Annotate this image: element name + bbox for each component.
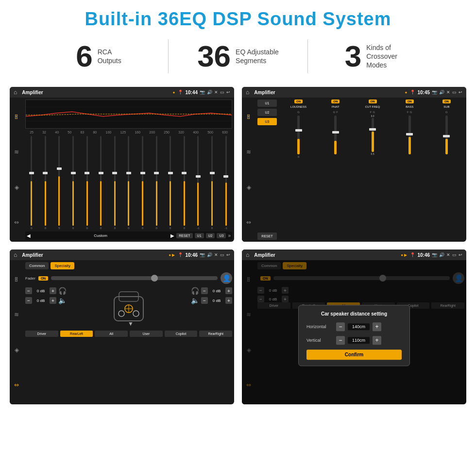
spk-spk-icon[interactable]: ◈	[15, 347, 19, 353]
back-icon-cross: ↩	[459, 90, 462, 95]
spk-speaker-l-icon: 🔈	[58, 297, 67, 304]
spk-ch2-minus[interactable]: −	[25, 297, 32, 304]
svg-point-6	[119, 311, 124, 316]
eq-slider-2[interactable]: 0	[39, 136, 52, 230]
spk-rearright-btn[interactable]: RearRight	[199, 331, 232, 337]
spk-ch4-minus[interactable]: −	[201, 297, 208, 304]
ch-on-sub: ON	[442, 100, 451, 103]
eq-u1-button[interactable]: U1	[195, 233, 204, 238]
spk-all-btn[interactable]: All	[95, 331, 128, 337]
x-icon-spk: ✕	[214, 252, 218, 257]
eq-slider-5[interactable]: 0	[81, 136, 93, 230]
spk-ch2-plus[interactable]: +	[50, 297, 56, 304]
spk-bal-icon[interactable]: ⇔	[14, 382, 19, 388]
back-icon-spk: ↩	[226, 252, 230, 257]
eq-slider-4[interactable]: 0	[67, 136, 80, 230]
spk-ch3-minus[interactable]: −	[201, 287, 208, 294]
eq-u2-button[interactable]: U2	[206, 233, 215, 238]
spk-rearleft-btn[interactable]: RearLeft	[60, 331, 93, 337]
spk-headphone-icon: 🎧	[58, 287, 67, 295]
dist-horiz-plus[interactable]: +	[373, 322, 381, 331]
spk-ch-row-2: − 0 dB + 🔈	[25, 297, 67, 304]
spk-copilot-btn[interactable]: Copilot	[165, 331, 198, 337]
preset-u3[interactable]: U3	[257, 118, 277, 125]
x-icon-cross: ✕	[446, 90, 450, 95]
eq-reset-button[interactable]: RESET	[176, 233, 192, 238]
eq-wave-icon[interactable]: ≋	[14, 149, 19, 155]
stat-rca: 6 RCAOutputs	[29, 41, 168, 71]
spk-tab-common[interactable]: Common	[25, 262, 49, 269]
eq-slider-8[interactable]: 0	[122, 136, 135, 230]
eq-slider-3[interactable]: 5	[53, 136, 66, 230]
preset-u2[interactable]: U2	[257, 109, 277, 116]
spk-tab-specialty[interactable]: Specialty	[51, 262, 74, 269]
cross-spk-icon[interactable]: ◈	[247, 184, 251, 191]
spk-user-btn[interactable]: User	[130, 331, 163, 337]
stat-crossover: 3 Kinds ofCrossover Modes	[308, 41, 447, 71]
dist-confirm-button[interactable]: Confirm	[306, 349, 402, 360]
dist-vert-minus[interactable]: −	[336, 336, 345, 345]
cross-wave-icon[interactable]: ≋	[246, 149, 251, 155]
dist-dialog-title: Car speaker distance setting	[306, 311, 402, 316]
eq-preset-label: Custom	[33, 233, 169, 238]
pin-icon-eq: 📍	[178, 90, 183, 95]
preset-u1[interactable]: U1	[257, 100, 277, 107]
spk-ch1-minus[interactable]: −	[25, 287, 32, 294]
spk-ch3-plus[interactable]: +	[225, 287, 232, 294]
eq-next-button[interactable]: ▶	[170, 233, 174, 238]
dist-vert-plus[interactable]: +	[373, 336, 381, 345]
cross-eq-icon[interactable]: 🎚	[246, 114, 252, 120]
eq-slider-6[interactable]: 0	[95, 136, 107, 230]
spk-ch4-val: 0 dB	[210, 299, 223, 303]
eq-u3-button[interactable]: U3	[217, 233, 226, 238]
dot-icon-eq: ●	[173, 90, 175, 95]
spk-ch2-val: 0 dB	[34, 299, 48, 303]
time-cross: 10:45	[417, 90, 430, 95]
spk-screen: 🎚 ≋ ◈ ⇔ Common Specialty Fader ON	[10, 260, 234, 404]
spk-wave-icon[interactable]: ≋	[14, 311, 19, 318]
screenshot-distance: ⌂ Amplifier ● ▶ 📍 10:46 📷 🔊 ✕ ▭ ↩ 🎚 ≋ ◈ …	[242, 249, 466, 404]
eq-sliders-icon[interactable]: 🎚	[14, 114, 19, 120]
sq-icon-spk: ▭	[220, 252, 224, 257]
sq-icon: ▭	[220, 90, 224, 95]
eq-speaker-icon[interactable]: ◈	[15, 184, 19, 191]
screenshot-crossover: ⌂ Amplifier ● 📍 10:45 📷 🔊 ✕ ▭ ↩ 🎚 ≋ ◈ ⇔	[242, 87, 466, 242]
freq-630: 630	[222, 131, 228, 134]
time-dist: 10:46	[417, 252, 430, 258]
eq-slider-7[interactable]: 0	[109, 136, 121, 230]
eq-slider-10[interactable]: 0	[150, 136, 163, 230]
ch-name-loudness: LOUDNESS	[290, 105, 306, 108]
back-icon-eq: ↩	[226, 90, 230, 95]
svg-point-10	[133, 311, 139, 316]
status-icons-spk: 📍 10:46 📷 🔊 ✕ ▭ ↩	[178, 252, 230, 258]
cross-bal-icon[interactable]: ⇔	[246, 219, 251, 226]
dist-horiz-minus[interactable]: −	[336, 322, 345, 331]
cross-reset-btn[interactable]: RESET	[257, 233, 277, 240]
spk-eq-icon[interactable]: 🎚	[14, 276, 19, 283]
spk-fader-slider[interactable]	[51, 276, 218, 280]
spk-fader-thumb[interactable]	[151, 275, 158, 282]
eq-slider-9[interactable]: 0	[136, 136, 149, 230]
eq-balance-icon[interactable]: ⇔	[14, 219, 19, 226]
freq-40: 40	[55, 131, 59, 134]
x-icon: ✕	[214, 90, 218, 95]
eq-slider-12[interactable]: 0	[178, 136, 191, 230]
spk-ch4-plus[interactable]: +	[225, 297, 232, 304]
app-title-spk: Amplifier	[22, 252, 166, 258]
eq-sidebar: 🎚 ≋ ◈ ⇔	[10, 98, 23, 242]
vol-icon-cross: 🔊	[439, 90, 444, 95]
stat-label-rca: RCAOutputs	[98, 48, 121, 65]
eq-slider-15[interactable]: -1	[220, 136, 232, 230]
spk-driver-btn[interactable]: Driver	[25, 331, 58, 337]
spk-fader-row: Fader ON 👤	[25, 272, 232, 284]
eq-slider-11[interactable]: 0	[164, 136, 177, 230]
stats-row: 6 RCAOutputs 36 EQ AdjustableSegments 3 …	[0, 34, 476, 82]
eq-slider-14[interactable]: 0	[206, 136, 219, 230]
eq-prev-button[interactable]: ◀	[27, 233, 31, 238]
eq-slider-13[interactable]: -1	[192, 136, 204, 230]
spk-ch1-plus[interactable]: +	[50, 287, 56, 294]
eq-slider-1[interactable]: 0	[25, 136, 38, 230]
eq-more-icon[interactable]: »	[228, 233, 231, 238]
eq-graph	[25, 100, 232, 129]
page-title: Built-in 36EQ DSP Sound System	[0, 0, 476, 34]
